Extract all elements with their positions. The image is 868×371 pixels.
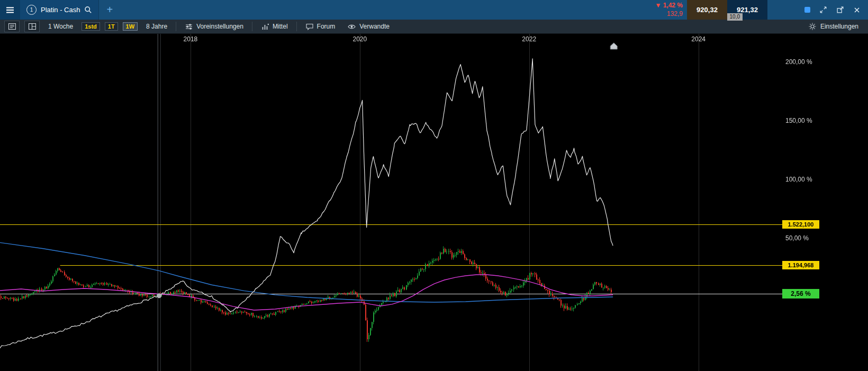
close-button[interactable] [853,6,861,14]
timeframe-1h-button[interactable]: 1std [82,22,100,31]
eye-icon [347,23,356,31]
close-icon [853,6,861,14]
list-icon [8,23,16,30]
chart-area: 2018202020222024200,00 %150,00 %100,00 %… [0,34,868,371]
collapse-button[interactable] [819,6,827,14]
timeframe-1d-button[interactable]: 1T [105,22,118,31]
range-dropdown[interactable]: 8 Jahre [142,22,171,31]
tab-number-badge: 1 [26,5,37,15]
chart-toolbar: 1 Woche 1std 1T 1W 8 Jahre Voreinstellun… [0,20,868,34]
change-absolute: 132,9 [655,10,683,19]
indicators-label: Mittel [273,23,288,30]
indicator-bars-icon [261,23,269,31]
price-level-badge[interactable]: 1.522,100 [782,220,819,229]
presets-button[interactable]: Voreinstellungen [181,22,247,32]
instrument-name: Platin - Cash [41,6,80,14]
spread-value: 10,0 [727,13,743,21]
range-label: 8 Jahre [146,23,167,30]
popout-icon [836,6,844,14]
speech-bubble-icon [305,23,314,31]
toolbar-separator [296,22,297,31]
change-percent: 1,42 % [663,2,683,9]
indicators-button[interactable]: Mittel [257,22,292,32]
settings-button[interactable]: Einstellungen [808,22,864,31]
popout-button[interactable] [836,6,844,14]
price-chart-canvas[interactable] [0,34,868,371]
instrument-tab[interactable]: 1 Platin - Cash [20,0,99,20]
watchlist-button[interactable] [4,21,20,32]
timeframe-label: 1 Woche [48,23,73,30]
price-level-badge[interactable]: 1.194,968 [782,261,819,269]
hamburger-icon [5,5,15,15]
quote-change: ▼ 1,42 % 132,9 [655,2,683,18]
forum-label: Forum [317,23,336,30]
related-label: Verwandte [359,23,390,30]
current-value-badge: 2,56 % [782,289,819,298]
window-controls [767,6,868,14]
titlebar: 1 Platin - Cash + ▼ 1,42 % 132,9 920,32 … [0,0,868,20]
settings-sun-icon [808,22,817,31]
layout-button[interactable] [24,21,40,32]
forum-button[interactable]: Forum [302,22,339,32]
widget-color-icon[interactable] [804,7,810,13]
timeframe-1w-button[interactable]: 1W [123,22,138,31]
down-triangle-icon: ▼ [655,2,661,9]
layout-grid-icon [28,23,37,30]
menu-button[interactable] [0,0,20,20]
chart-window: 1 Platin - Cash + ▼ 1,42 % 132,9 920,32 … [0,0,868,371]
toolbar-separator [176,22,176,31]
timeframe-dropdown[interactable]: 1 Woche [44,22,77,31]
resize-arrows-icon [819,6,827,14]
add-tab-button[interactable]: + [99,0,120,20]
related-button[interactable]: Verwandte [343,22,393,32]
bid-price: 920,32 [687,0,727,20]
presets-label: Voreinstellungen [196,23,243,30]
settings-label: Einstellungen [820,23,858,30]
toolbar-separator [252,22,252,31]
search-icon[interactable] [84,6,92,14]
sliders-icon [185,23,193,31]
